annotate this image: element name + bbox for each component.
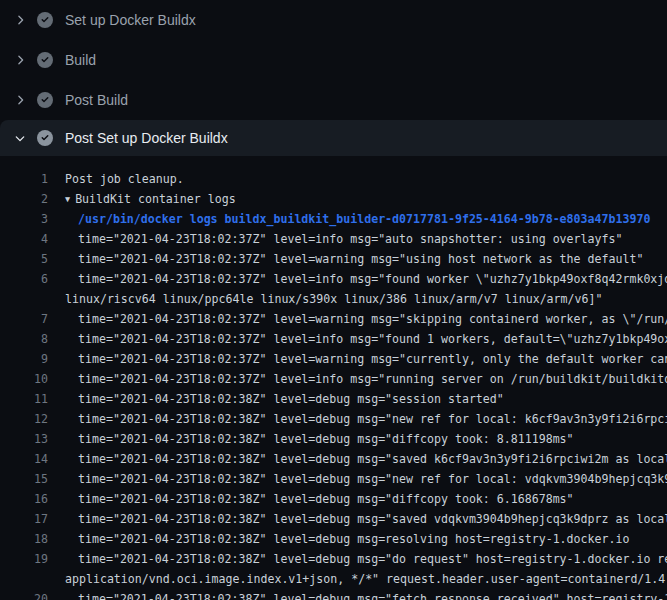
- chevron-right-icon: [13, 13, 27, 27]
- log-line-text: time="2021-04-23T18:02:38Z" level=debug …: [78, 412, 667, 426]
- log-line-number[interactable]: 9: [0, 349, 48, 369]
- step-label: Post Set up Docker Buildx: [65, 130, 228, 146]
- log-line-text: Post job cleanup.: [65, 172, 184, 186]
- log-line: 10 time="2021-04-23T18:02:37Z" level=inf…: [0, 369, 667, 389]
- log-line: 8 time="2021-04-23T18:02:37Z" level=info…: [0, 329, 667, 349]
- step-success-check-icon: [37, 130, 53, 146]
- log-line-text: time="2021-04-23T18:02:38Z" level=debug …: [78, 392, 504, 406]
- log-line-text: time="2021-04-23T18:02:38Z" level=debug …: [78, 512, 667, 526]
- step-post-set-up-docker-buildx[interactable]: Post Set up Docker Buildx: [0, 120, 667, 156]
- log-area: 1 Post job cleanup. 2 ▼BuildKit containe…: [0, 156, 667, 600]
- log-line: 1 Post job cleanup.: [0, 169, 667, 189]
- log-line-text: time="2021-04-23T18:02:37Z" level=info m…: [78, 372, 667, 386]
- log-line-text: time="2021-04-23T18:02:37Z" level=warnin…: [78, 252, 643, 266]
- log-line-number[interactable]: 2: [0, 189, 48, 209]
- log-line: 2 ▼BuildKit container logs: [0, 189, 667, 209]
- log-line-text: time="2021-04-23T18:02:37Z" level=warnin…: [78, 352, 667, 366]
- log-line-number[interactable]: [0, 569, 48, 589]
- log-line-number[interactable]: 4: [0, 229, 48, 249]
- log-line-number[interactable]: 7: [0, 309, 48, 329]
- step-set-up-docker-buildx[interactable]: Set up Docker Buildx: [0, 0, 667, 40]
- log-line-number[interactable]: 17: [0, 509, 48, 529]
- step-build[interactable]: Build: [0, 40, 667, 80]
- chevron-icon: [12, 92, 28, 108]
- log-line: 16 time="2021-04-23T18:02:38Z" level=deb…: [0, 489, 667, 509]
- log-line: 14 time="2021-04-23T18:02:38Z" level=deb…: [0, 449, 667, 469]
- log-line-text: time="2021-04-23T18:02:38Z" level=debug …: [78, 432, 574, 446]
- log-line: 19 time="2021-04-23T18:02:38Z" level=deb…: [0, 549, 667, 569]
- log-line: 20 time="2021-04-23T18:02:38Z" level=deb…: [0, 589, 667, 600]
- log-line-text: time="2021-04-23T18:02:38Z" level=debug …: [78, 492, 574, 506]
- log-line-number[interactable]: 8: [0, 329, 48, 349]
- log-line: 12 time="2021-04-23T18:02:38Z" level=deb…: [0, 409, 667, 429]
- log-line: 17 time="2021-04-23T18:02:38Z" level=deb…: [0, 509, 667, 529]
- chevron-right-icon: [13, 53, 27, 67]
- log-line: 9 time="2021-04-23T18:02:37Z" level=warn…: [0, 349, 667, 369]
- step-success-check-icon: [37, 92, 53, 108]
- log-line-number[interactable]: 12: [0, 409, 48, 429]
- log-line-number[interactable]: 5: [0, 249, 48, 269]
- log-line-text: time="2021-04-23T18:02:37Z" level=warnin…: [78, 312, 667, 326]
- log-line-text: application/vnd.oci.image.index.v1+json,…: [65, 572, 667, 586]
- log-line-number[interactable]: 14: [0, 449, 48, 469]
- log-line-number[interactable]: 1: [0, 169, 48, 189]
- chevron-right-icon: [13, 93, 27, 107]
- log-line-text: /usr/bin/docker logs buildx_buildkit_bui…: [78, 212, 650, 226]
- log-line: 11 time="2021-04-23T18:02:38Z" level=deb…: [0, 389, 667, 409]
- log-line-text: time="2021-04-23T18:02:37Z" level=info m…: [78, 332, 667, 346]
- step-label: Set up Docker Buildx: [65, 12, 196, 28]
- log-line: 15 time="2021-04-23T18:02:38Z" level=deb…: [0, 469, 667, 489]
- log-line-number[interactable]: 3: [0, 209, 48, 229]
- log-line-number[interactable]: 15: [0, 469, 48, 489]
- log-line-number[interactable]: 20: [0, 589, 48, 600]
- log-line-text: time="2021-04-23T18:02:37Z" level=info m…: [78, 272, 667, 286]
- log-line-text: time="2021-04-23T18:02:37Z" level=info m…: [78, 232, 622, 246]
- log-line-number[interactable]: 10: [0, 369, 48, 389]
- actions-log-viewer: { "app": {"name": "GitHub Actions job lo…: [0, 0, 667, 600]
- log-line-text: time="2021-04-23T18:02:38Z" level=debug …: [78, 452, 667, 466]
- log-line: 3 /usr/bin/docker logs buildx_buildkit_b…: [0, 209, 667, 229]
- log-line: 5 time="2021-04-23T18:02:37Z" level=warn…: [0, 249, 667, 269]
- log-line-text: linux/riscv64 linux/ppc64le linux/s390x …: [65, 292, 602, 306]
- log-line-number[interactable]: 19: [0, 549, 48, 569]
- step-label: Build: [65, 52, 96, 68]
- step-post-build[interactable]: Post Build: [0, 80, 667, 120]
- log-line-number[interactable]: 18: [0, 529, 48, 549]
- log-line-number[interactable]: 11: [0, 389, 48, 409]
- log-line: 4 time="2021-04-23T18:02:37Z" level=info…: [0, 229, 667, 249]
- step-success-check-icon: [37, 52, 53, 68]
- log-line: 6 time="2021-04-23T18:02:37Z" level=info…: [0, 269, 667, 289]
- log-group-caret-icon: ▼: [65, 194, 70, 204]
- log-line-text: time="2021-04-23T18:02:38Z" level=debug …: [78, 532, 629, 546]
- chevron-icon: [12, 130, 28, 146]
- log-line-text: time="2021-04-23T18:02:38Z" level=debug …: [78, 472, 667, 486]
- chevron-icon: [12, 12, 28, 28]
- step-label: Post Build: [65, 92, 128, 108]
- chevron-icon: [12, 52, 28, 68]
- log-line-text: BuildKit container logs: [75, 192, 236, 206]
- log-line: 13 time="2021-04-23T18:02:38Z" level=deb…: [0, 429, 667, 449]
- log-line-number[interactable]: [0, 289, 48, 309]
- log-line-number[interactable]: 13: [0, 429, 48, 449]
- log-line: linux/riscv64 linux/ppc64le linux/s390x …: [0, 289, 667, 309]
- log-line-text: time="2021-04-23T18:02:38Z" level=debug …: [78, 592, 667, 600]
- log-line-text: time="2021-04-23T18:02:38Z" level=debug …: [78, 552, 667, 566]
- steps-list: Set up Docker Buildx Build Post Build: [0, 0, 667, 156]
- log-line: application/vnd.oci.image.index.v1+json,…: [0, 569, 667, 589]
- log-line: 7 time="2021-04-23T18:02:37Z" level=warn…: [0, 309, 667, 329]
- log-line-number[interactable]: 6: [0, 269, 48, 289]
- chevron-down-icon: [13, 131, 27, 145]
- step-success-check-icon: [37, 12, 53, 28]
- log-line-number[interactable]: 16: [0, 489, 48, 509]
- log-line: 18 time="2021-04-23T18:02:38Z" level=deb…: [0, 529, 667, 549]
